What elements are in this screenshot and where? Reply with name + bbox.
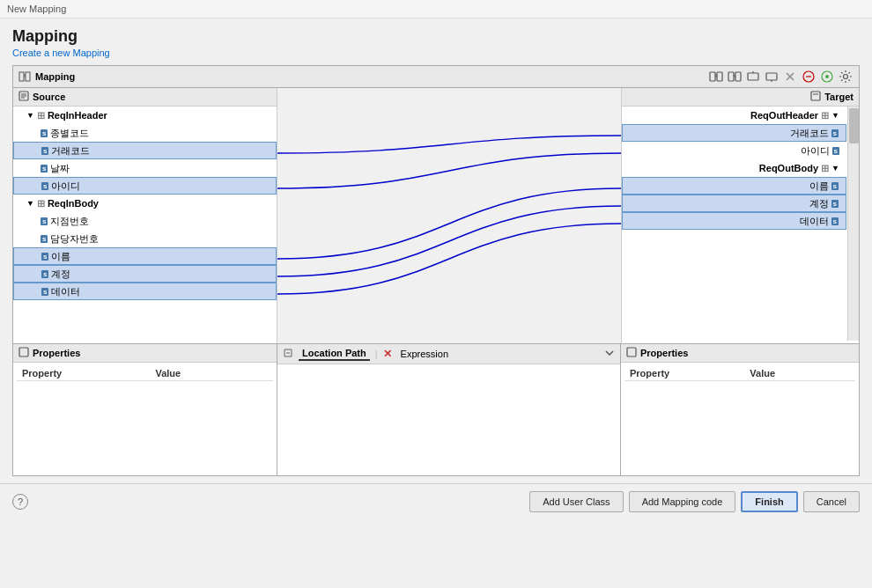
t-group-icon-reqoutbody: ⊞ bbox=[821, 163, 829, 174]
mapping-panel-title: Mapping bbox=[35, 71, 75, 82]
source-header: Source bbox=[13, 88, 277, 107]
source-item-date[interactable]: s 날짜 bbox=[13, 159, 277, 177]
props-right-col-empty bbox=[830, 366, 855, 381]
source-title: Source bbox=[33, 92, 65, 102]
source-item-account[interactable]: s 계정 bbox=[13, 265, 277, 283]
dropdown-btn[interactable] bbox=[604, 348, 615, 360]
label-account: 계정 bbox=[51, 268, 70, 281]
toolbar-left: Mapping bbox=[18, 70, 75, 83]
s-icon-geolaecode: s bbox=[41, 147, 48, 155]
t-label-id: 아이디 bbox=[801, 144, 830, 158]
props-left-col-property: Property bbox=[17, 366, 150, 381]
props-left-title: Properties bbox=[33, 348, 80, 358]
props-right-header: Properties bbox=[621, 344, 859, 363]
props-left-col-value: Value bbox=[150, 366, 245, 381]
target-tree-wrapper: ReqOutHeader ⊞ ▼ 거래코드 s 아이디 s bbox=[622, 107, 859, 341]
add-user-class-button[interactable]: Add User Class bbox=[529, 491, 623, 512]
props-right: Properties Property Value bbox=[621, 344, 859, 475]
toolbar-btn-settings[interactable] bbox=[838, 69, 854, 85]
source-panel: Source ▼ ⊞ ReqInHeader s 종별코드 bbox=[13, 88, 277, 343]
expression-icon: ✕ bbox=[383, 348, 392, 360]
tab-expression-label: Expression bbox=[401, 349, 448, 359]
mapping-toolbar: Mapping bbox=[13, 66, 859, 88]
label-date: 날짜 bbox=[50, 162, 70, 175]
props-middle-body bbox=[277, 364, 620, 475]
location-path-icon bbox=[283, 348, 293, 360]
target-group-reqoutheader[interactable]: ReqOutHeader ⊞ ▼ bbox=[622, 107, 846, 124]
t-s-icon-data: s bbox=[831, 217, 839, 225]
toolbar-btn-3[interactable] bbox=[745, 69, 761, 85]
finish-button[interactable]: Finish bbox=[741, 491, 797, 512]
scrollbar-thumb[interactable] bbox=[849, 108, 859, 143]
props-right-table: Property Value bbox=[624, 366, 855, 381]
label-branch: 지점번호 bbox=[50, 215, 89, 228]
toolbar-btn-2[interactable] bbox=[727, 69, 743, 85]
expand-icon-reqinbody: ▼ bbox=[26, 199, 34, 208]
label-geolaecode: 거래코드 bbox=[51, 144, 90, 158]
source-item-data[interactable]: s 데이터 bbox=[13, 283, 277, 300]
source-item-jongbyelcode[interactable]: s 종별코드 bbox=[13, 124, 277, 142]
reqinbody-label: ReqInBody bbox=[48, 198, 99, 209]
svg-rect-0 bbox=[19, 72, 24, 81]
props-left-row bbox=[17, 381, 273, 382]
source-item-geolaecode[interactable]: s 거래코드 bbox=[13, 142, 277, 159]
toolbar-btn-4[interactable] bbox=[764, 69, 780, 85]
title-bar: New Mapping bbox=[0, 0, 872, 18]
add-mapping-code-button[interactable]: Add Mapping code bbox=[629, 491, 736, 512]
source-group-reqinbody[interactable]: ▼ ⊞ ReqInBody bbox=[13, 195, 277, 212]
bottom-area: ? Add User Class Add Mapping code Finish… bbox=[0, 483, 872, 519]
mapping-panel: Mapping bbox=[12, 65, 860, 476]
mapping-canvas-area bbox=[277, 88, 621, 343]
tab-location-path[interactable]: Location Path bbox=[299, 347, 370, 361]
reqinheader-label: ReqInHeader bbox=[48, 110, 107, 121]
group-icon-reqinheader: ⊞ bbox=[37, 110, 45, 121]
t-label-account: 계정 bbox=[809, 197, 829, 210]
toolbar-btn-7[interactable] bbox=[819, 69, 835, 85]
svg-rect-26 bbox=[811, 92, 820, 100]
props-left-table: Property Value bbox=[17, 366, 273, 381]
source-group-reqinheader[interactable]: ▼ ⊞ ReqInHeader bbox=[13, 107, 277, 124]
cancel-button[interactable]: Cancel bbox=[803, 491, 860, 512]
source-item-manager[interactable]: s 담당자번호 bbox=[13, 230, 277, 247]
toolbar-btn-1[interactable] bbox=[708, 69, 724, 85]
target-tree: ReqOutHeader ⊞ ▼ 거래코드 s 아이디 s bbox=[622, 107, 859, 341]
target-scrollbar[interactable] bbox=[847, 107, 859, 341]
tab-expression[interactable]: Expression bbox=[397, 348, 452, 360]
reqoutbody-label: ReqOutBody bbox=[759, 163, 818, 173]
svg-rect-29 bbox=[627, 348, 636, 356]
s-icon-id: s bbox=[41, 182, 48, 190]
target-group-reqoutbody[interactable]: ReqOutBody ⊞ ▼ bbox=[622, 159, 846, 177]
help-button[interactable]: ? bbox=[12, 494, 28, 510]
svg-point-21 bbox=[844, 75, 848, 79]
label-name: 이름 bbox=[51, 250, 70, 263]
toolbar-btn-6[interactable] bbox=[801, 69, 817, 85]
tab-location-path-label: Location Path bbox=[302, 348, 366, 358]
target-item-geolaecode[interactable]: 거래코드 s bbox=[622, 124, 846, 142]
props-left-icon bbox=[18, 347, 29, 359]
source-icon bbox=[18, 91, 29, 103]
page-title: Mapping bbox=[12, 27, 860, 46]
target-item-data[interactable]: 데이터 s bbox=[622, 212, 846, 230]
toolbar-btn-5[interactable] bbox=[782, 69, 798, 85]
t-s-icon-name: s bbox=[831, 182, 839, 190]
source-item-branch[interactable]: s 지점번호 bbox=[13, 212, 277, 230]
target-item-account[interactable]: 계정 s bbox=[622, 195, 846, 212]
s-icon-name: s bbox=[41, 253, 48, 261]
s-icon-manager: s bbox=[41, 235, 48, 243]
properties-section: Properties Property Value bbox=[13, 343, 859, 475]
reqoutheader-label: ReqOutHeader bbox=[750, 110, 818, 121]
t-s-icon-account: s bbox=[831, 200, 839, 208]
source-item-id[interactable]: s 아이디 bbox=[13, 177, 277, 195]
target-panel: Target ReqOutHeader ⊞ ▼ 거래코드 bbox=[621, 88, 859, 343]
target-item-id[interactable]: 아이디 s bbox=[622, 142, 846, 159]
group-icon-reqinbody: ⊞ bbox=[37, 198, 45, 209]
svg-rect-5 bbox=[717, 72, 722, 81]
label-data: 데이터 bbox=[51, 285, 80, 298]
target-item-name[interactable]: 이름 s bbox=[622, 177, 846, 195]
source-item-name[interactable]: s 이름 bbox=[13, 247, 277, 265]
target-header: Target bbox=[622, 88, 859, 107]
s-icon-branch: s bbox=[41, 217, 48, 225]
props-left-col-empty bbox=[245, 366, 273, 381]
page-subtitle: Create a new Mapping bbox=[12, 48, 860, 58]
svg-rect-8 bbox=[728, 72, 734, 81]
